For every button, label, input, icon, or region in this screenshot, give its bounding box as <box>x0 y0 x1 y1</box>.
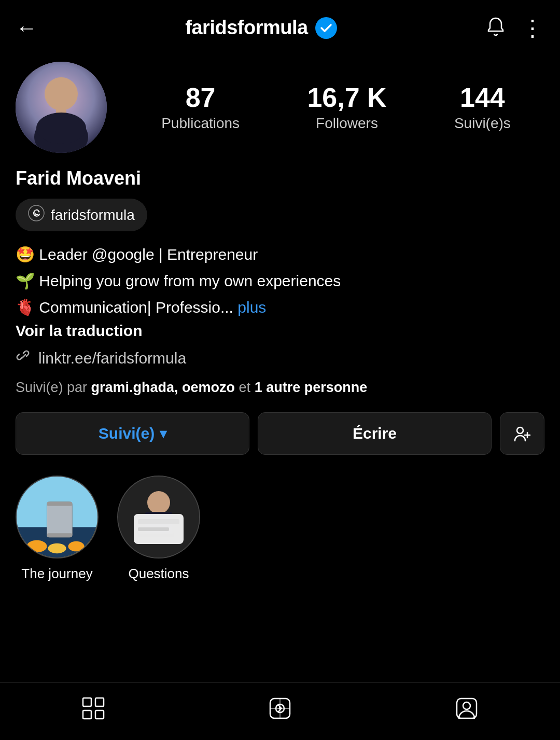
link-icon <box>16 348 32 368</box>
threads-icon <box>28 205 45 225</box>
publications-label: Publications <box>161 115 240 132</box>
svg-rect-25 <box>95 698 104 706</box>
following-label: Suivi(e)s <box>454 115 511 132</box>
verified-badge-icon <box>315 17 337 39</box>
svg-point-34 <box>463 702 470 709</box>
bio-more-button[interactable]: plus <box>237 299 266 316</box>
more-options-icon[interactable]: ⋮ <box>521 15 544 41</box>
highlights-row: The journey Questions <box>16 476 544 582</box>
threads-username: faridsformula <box>51 207 135 224</box>
svg-rect-23 <box>138 534 174 537</box>
avatar <box>16 62 107 153</box>
username-area: faridsformula <box>185 17 337 39</box>
nav-icons: ⋮ <box>485 15 544 41</box>
profile-section: 87 Publications 16,7 K Followers 144 Sui… <box>0 49 560 455</box>
svg-point-16 <box>68 541 84 552</box>
svg-rect-13 <box>47 533 73 537</box>
followed-by-users: grami.ghada, oemozo <box>91 380 235 395</box>
publications-stat[interactable]: 87 Publications <box>161 83 240 131</box>
svg-point-18 <box>147 491 170 514</box>
svg-point-8 <box>517 427 523 434</box>
svg-point-0 <box>315 17 337 39</box>
chevron-down-icon: ▾ <box>160 426 166 442</box>
svg-point-5 <box>36 113 86 144</box>
header-username: faridsformula <box>185 17 307 39</box>
svg-rect-12 <box>47 502 73 506</box>
following-stat[interactable]: 144 Suivi(e)s <box>454 83 511 131</box>
bottom-nav <box>0 682 560 740</box>
followers-label: Followers <box>316 115 378 132</box>
action-buttons: Suivi(e) ▾ Écrire <box>16 412 544 455</box>
grid-nav-icon[interactable] <box>80 695 106 723</box>
svg-rect-22 <box>138 527 169 531</box>
bio-line-3: 🫀 Communication| Professio... plus <box>16 296 544 319</box>
svg-rect-21 <box>138 519 179 524</box>
svg-point-14 <box>27 540 47 552</box>
bell-icon[interactable] <box>485 16 507 40</box>
highlight-item-1[interactable]: The journey <box>16 476 99 582</box>
bio-line-2: 🌱 Helping you grow from my own experienc… <box>16 269 544 292</box>
reels-nav-icon[interactable] <box>267 695 293 723</box>
highlight-item-2[interactable]: Questions <box>117 476 200 582</box>
svg-point-7 <box>38 211 40 213</box>
threads-badge[interactable]: faridsformula <box>16 199 147 231</box>
highlight-circle-1 <box>16 476 99 559</box>
highlight-label-2: Questions <box>128 566 189 582</box>
svg-point-2 <box>45 77 78 110</box>
followers-stat[interactable]: 16,7 K Followers <box>307 83 386 131</box>
svg-point-6 <box>29 205 44 221</box>
translate-button[interactable]: Voir la traduction <box>16 322 544 340</box>
highlight-circle-2 <box>117 476 200 559</box>
highlight-label-1: The journey <box>21 566 92 582</box>
back-button[interactable]: ← <box>16 16 37 40</box>
svg-rect-11 <box>47 502 73 537</box>
svg-point-15 <box>48 543 66 554</box>
profile-top-row: 87 Publications 16,7 K Followers 144 Sui… <box>16 62 544 153</box>
bio-line-1: 🤩 Leader @google | Entrepreneur <box>16 243 544 266</box>
publications-count: 87 <box>186 83 216 113</box>
following-button[interactable]: Suivi(e) ▾ <box>16 412 249 455</box>
svg-rect-24 <box>83 698 91 706</box>
svg-rect-26 <box>83 710 91 719</box>
svg-rect-27 <box>95 710 104 719</box>
add-friend-button[interactable] <box>500 412 544 455</box>
top-nav: ← faridsformula ⋮ <box>0 0 560 49</box>
highlights-section: The journey Questions <box>0 476 560 597</box>
stats-row: 87 Publications 16,7 K Followers 144 Sui… <box>128 83 544 131</box>
followed-by-more[interactable]: 1 autre personne <box>255 380 368 395</box>
message-button[interactable]: Écrire <box>258 412 492 455</box>
profile-full-name: Farid Moaveni <box>16 167 544 189</box>
link-url: linktr.ee/faridsformula <box>38 350 186 367</box>
profile-link[interactable]: linktr.ee/faridsformula <box>16 348 544 368</box>
followed-by: Suivi(e) par grami.ghada, oemozo et 1 au… <box>16 380 544 396</box>
followers-count: 16,7 K <box>307 83 386 113</box>
following-count: 144 <box>460 83 505 113</box>
profile-nav-icon[interactable] <box>454 695 480 723</box>
